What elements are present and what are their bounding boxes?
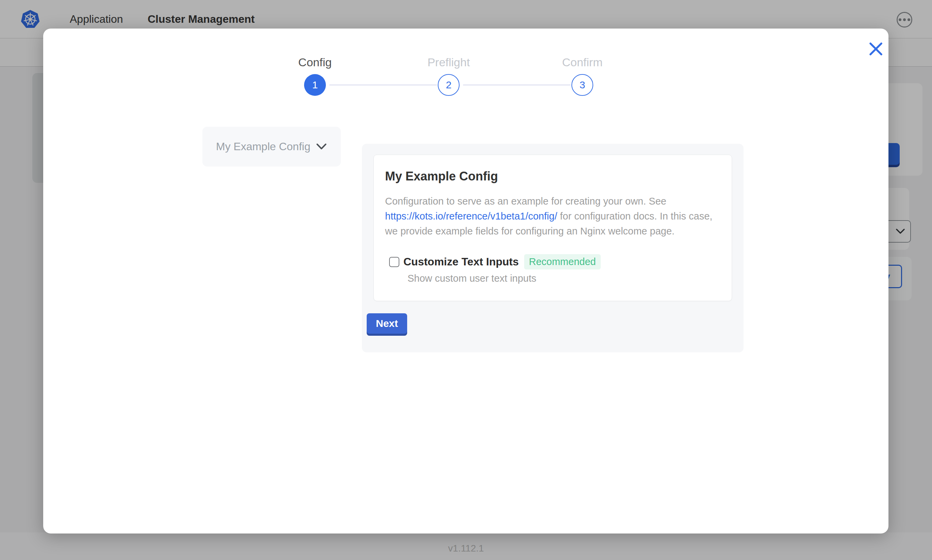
- recommended-badge: Recommended: [524, 254, 601, 269]
- step-label-confirm: Confirm: [531, 56, 633, 69]
- config-group-title: My Example Config: [385, 169, 721, 183]
- next-button[interactable]: Next: [367, 313, 407, 334]
- step-label-preflight: Preflight: [398, 56, 500, 69]
- step-label-config: Config: [264, 56, 366, 69]
- config-wizard-modal: Config Preflight Confirm 1 2 3 My Exampl…: [43, 29, 889, 534]
- description-text: Configuration to serve as an example for…: [385, 196, 667, 206]
- config-group-selector-label: My Example Config: [216, 140, 310, 153]
- customize-text-inputs-help: Show custom user text inputs: [407, 273, 721, 284]
- customize-text-inputs-checkbox[interactable]: [389, 257, 399, 267]
- chevron-down-icon: [316, 143, 327, 150]
- customize-text-inputs-label[interactable]: Customize Text Inputs: [403, 255, 519, 268]
- config-panel: My Example Config Configuration to serve…: [362, 144, 744, 352]
- step-circle-2: 2: [438, 74, 460, 96]
- customize-text-inputs-row: Customize Text Inputs Recommended: [389, 254, 721, 269]
- config-group-description: Configuration to serve as an example for…: [385, 194, 722, 238]
- step-connector: [463, 84, 571, 86]
- step-circle-3: 3: [571, 74, 593, 96]
- config-group-card: My Example Config Configuration to serve…: [373, 155, 732, 301]
- config-group-selector[interactable]: My Example Config: [202, 127, 341, 166]
- config-docs-link[interactable]: https://kots.io/reference/v1beta1/config…: [385, 211, 557, 222]
- step-circle-1: 1: [304, 74, 326, 96]
- step-connector: [329, 84, 437, 86]
- close-icon[interactable]: [868, 41, 884, 57]
